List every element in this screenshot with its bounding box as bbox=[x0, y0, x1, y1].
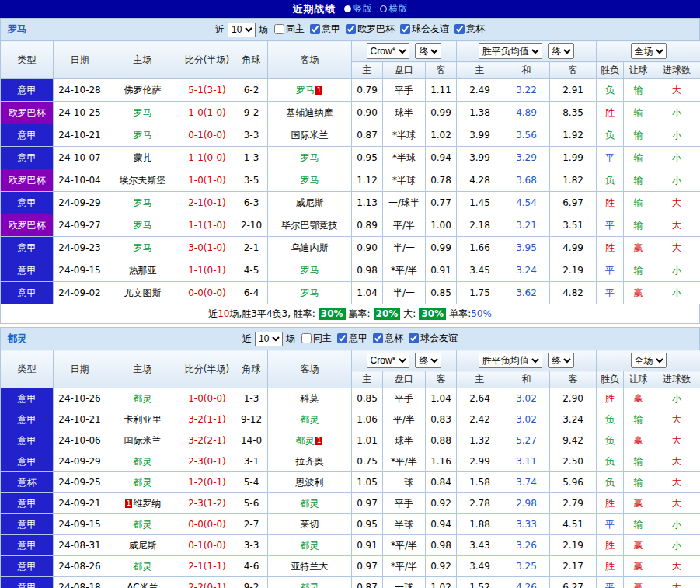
team-name[interactable]: 罗马 bbox=[134, 242, 152, 253]
team-name[interactable]: 威尼斯 bbox=[296, 197, 324, 208]
team-name[interactable]: 罗马 bbox=[301, 152, 319, 163]
team-name[interactable]: 都灵 bbox=[134, 519, 152, 530]
match-count-select[interactable]: 10 bbox=[255, 332, 283, 346]
team-name[interactable]: 罗马 bbox=[301, 175, 319, 186]
checkbox-input[interactable] bbox=[346, 24, 356, 34]
filter-checkbox[interactable]: 球会友谊 bbox=[395, 23, 449, 36]
checkbox-input[interactable] bbox=[274, 24, 284, 34]
euro-draw-odds: 3.68 bbox=[503, 169, 550, 192]
team-name[interactable]: 都灵 bbox=[134, 477, 152, 488]
euro-odds-group: 胜平负均值 终 bbox=[457, 41, 597, 62]
filter-checkbox[interactable]: 球会友谊 bbox=[403, 332, 458, 345]
book-period-select[interactable]: 终 bbox=[415, 353, 441, 368]
team-name[interactable]: 恩波利 bbox=[296, 477, 324, 488]
col-asian-away: 客 bbox=[426, 62, 457, 79]
checkbox-input[interactable] bbox=[337, 333, 347, 343]
score: 1-1(0-0) bbox=[179, 147, 235, 169]
team-name[interactable]: 蒙扎 bbox=[134, 152, 152, 163]
filter-checkbox[interactable]: 同主 bbox=[269, 23, 305, 36]
checkbox-input[interactable] bbox=[373, 333, 383, 343]
layout-radio-vertical[interactable]: 竖版 bbox=[344, 2, 372, 16]
scope-select[interactable]: 全场 bbox=[631, 353, 667, 368]
checkbox-input[interactable] bbox=[400, 24, 410, 34]
team-name[interactable]: 埃尔夫斯堡 bbox=[120, 175, 166, 186]
team-name[interactable]: 科莫 bbox=[301, 393, 319, 404]
euro-draw-odds: 4.26 bbox=[503, 577, 550, 588]
score: 2-1(1-1) bbox=[179, 556, 235, 577]
filter-checkbox[interactable]: 意杯 bbox=[367, 332, 403, 345]
checkbox-input[interactable] bbox=[301, 333, 312, 343]
team-name[interactable]: 都灵 bbox=[134, 561, 152, 572]
col-euro-away: 客 bbox=[550, 62, 597, 79]
match-count-select[interactable]: 10 bbox=[228, 23, 256, 37]
book-period-select[interactable]: 终 bbox=[415, 43, 441, 59]
checkbox-input[interactable] bbox=[409, 333, 419, 343]
team-name[interactable]: 都灵 bbox=[301, 498, 319, 509]
odds-period-select[interactable]: 终 bbox=[548, 353, 574, 368]
team-name[interactable]: 拉齐奥 bbox=[296, 456, 324, 467]
team-name[interactable]: 维罗纳 bbox=[133, 498, 161, 509]
checkbox-input[interactable] bbox=[454, 24, 465, 34]
checkbox-input[interactable] bbox=[310, 24, 320, 34]
col-away: 客场 bbox=[268, 350, 352, 388]
team-name[interactable]: 威尼斯 bbox=[129, 540, 157, 551]
asian-handicap: 一球 bbox=[383, 472, 426, 493]
team-name[interactable]: 罗马 bbox=[134, 130, 152, 141]
team-name[interactable]: 罗马 bbox=[301, 287, 319, 298]
euro-away-odds: 4.51 bbox=[550, 514, 597, 535]
team-name[interactable]: 国际米兰 bbox=[291, 130, 329, 141]
team-name[interactable]: 都灵 bbox=[134, 393, 152, 404]
euro-draw-odds: 3.62 bbox=[503, 282, 550, 304]
handicap-result: 输 bbox=[624, 169, 653, 192]
team-name[interactable]: 都灵 bbox=[134, 456, 152, 467]
team-name[interactable]: 莱切 bbox=[301, 519, 319, 530]
team-name[interactable]: 罗马 bbox=[134, 197, 152, 208]
filter-checkbox[interactable]: 欧罗巴杯 bbox=[340, 23, 395, 36]
team-name[interactable]: 热那亚 bbox=[129, 265, 157, 276]
team-name[interactable]: 都灵 bbox=[296, 435, 315, 446]
team-name[interactable]: 罗马 bbox=[301, 265, 319, 276]
euro-draw-odds: 3.25 bbox=[503, 556, 550, 577]
filter-checkbox[interactable]: 意甲 bbox=[305, 23, 340, 36]
team-name[interactable]: 乌迪内斯 bbox=[291, 242, 329, 253]
team-name[interactable]: 毕尔巴鄂竞技 bbox=[282, 220, 338, 231]
home-team-cell: 威尼斯 bbox=[106, 535, 179, 556]
asian-handicap: 半球 bbox=[383, 514, 426, 535]
asian-handicap: *半球 bbox=[383, 124, 426, 147]
filter-checkbox[interactable]: 同主 bbox=[296, 332, 332, 345]
team-name[interactable]: 都灵 bbox=[301, 540, 319, 551]
handicap-result: 输 bbox=[624, 259, 653, 282]
bookmaker-select[interactable]: Crow* bbox=[367, 353, 409, 368]
score: 0-1(0-0) bbox=[179, 124, 235, 147]
home-team-cell: 都灵 bbox=[106, 451, 179, 472]
team-name[interactable]: 佛罗伦萨 bbox=[124, 85, 162, 96]
team-name[interactable]: 尤文图斯 bbox=[124, 287, 162, 298]
team-name[interactable]: 卡利亚里 bbox=[124, 414, 162, 425]
result: 负 bbox=[597, 124, 624, 147]
layout-radio-horizontal[interactable]: 横版 bbox=[380, 2, 408, 16]
corners: 3-3 bbox=[235, 535, 268, 556]
odds-mean-select[interactable]: 胜平负均值 bbox=[479, 353, 542, 368]
match-row: 欧罗巴杯24-09-27罗马1-1(1-0)2-10毕尔巴鄂竞技0.89平/半1… bbox=[1, 214, 700, 237]
scope-select[interactable]: 全场 bbox=[631, 43, 667, 59]
team-name[interactable]: 亚特兰大 bbox=[291, 561, 329, 572]
bookmaker-select[interactable]: Crow* bbox=[367, 43, 409, 59]
away-team-cell: 罗马 bbox=[268, 147, 352, 169]
odds-period-select[interactable]: 终 bbox=[548, 43, 574, 59]
team-name[interactable]: 基辅迪纳摩 bbox=[287, 107, 333, 118]
filter-checkbox[interactable]: 意杯 bbox=[449, 23, 485, 36]
euro-home-odds: 2.49 bbox=[457, 79, 503, 102]
team-name[interactable]: 都灵 bbox=[301, 582, 319, 588]
team-name[interactable]: 都灵 bbox=[301, 414, 319, 425]
team-name[interactable]: 罗马 bbox=[134, 220, 152, 231]
goals-result: 大 bbox=[653, 192, 700, 214]
odds-mean-select[interactable]: 胜平负均值 bbox=[479, 43, 542, 59]
match-row: 意杯24-09-25都灵1-2(0-1)5-4恩波利1.05一球0.841.58… bbox=[1, 472, 700, 493]
team-name[interactable]: 罗马 bbox=[296, 85, 315, 96]
filter-checkbox[interactable]: 意甲 bbox=[332, 332, 367, 345]
team-name[interactable]: AC米兰 bbox=[127, 582, 158, 588]
match-table-body: 意甲24-10-26都灵1-0(0-0)1-3科莫0.85平手1.042.643… bbox=[1, 388, 700, 588]
team-name[interactable]: 罗马 bbox=[134, 107, 152, 118]
euro-away-odds: 2.19 bbox=[550, 259, 597, 282]
team-name[interactable]: 国际米兰 bbox=[124, 435, 162, 446]
